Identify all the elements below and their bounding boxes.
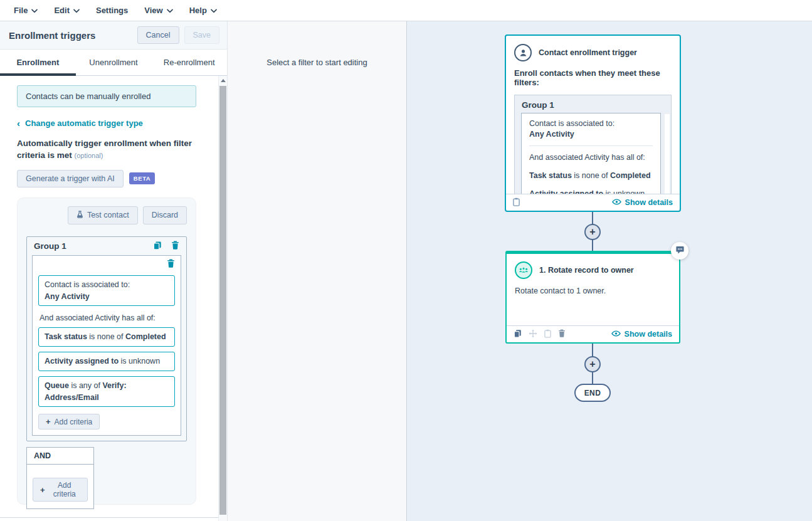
eye-icon (612, 198, 621, 207)
rule-operator: is none of (87, 332, 125, 341)
optional-note: (optional) (75, 152, 103, 159)
all-of-label: And associated Activity has all of: (529, 152, 653, 163)
rule-value: Completed (125, 332, 166, 341)
test-contact-label: Test contact (87, 211, 129, 219)
menu-view[interactable]: View (144, 6, 172, 15)
filter-actions-row: Test contact Discard (26, 206, 187, 224)
move-action-button[interactable] (529, 329, 537, 340)
test-contact-button[interactable]: Test contact (68, 206, 138, 224)
insert-action-button[interactable]: + (584, 224, 601, 240)
rotate-record-action-card[interactable]: 1. Rotate record to owner Rotate contact… (505, 251, 680, 344)
tab-unenrollment[interactable]: Unenrollment (76, 50, 152, 75)
trigger-card-body: Contact enrollment trigger Enroll contac… (506, 36, 680, 194)
and-label: AND (27, 448, 93, 465)
filter-rule-chip[interactable]: Task status is none of Completed (38, 327, 175, 347)
filter-rule-chip[interactable]: Activity assigned to is unknown (38, 352, 175, 371)
workflow-canvas[interactable]: Contact enrollment trigger Enroll contac… (407, 21, 812, 521)
save-button[interactable]: Save (184, 26, 220, 44)
add-criteria-label: Add criteria (55, 418, 93, 426)
generate-trigger-ai-button[interactable]: Generate a trigger with AI (17, 170, 124, 187)
menu-help-label: Help (189, 6, 207, 15)
scrollbar-up-arrow[interactable] (219, 76, 227, 85)
menu-settings[interactable]: Settings (96, 6, 128, 15)
scrollbar-thumb[interactable] (219, 86, 226, 515)
association-filter-chip[interactable]: Contact is associated to: Any Activity (38, 275, 175, 307)
contact-enrollment-trigger-card[interactable]: Contact enrollment trigger Enroll contac… (505, 34, 681, 212)
delete-group-button[interactable] (171, 241, 179, 251)
menu-edit-label: Edit (54, 6, 70, 15)
action-card-header: 1. Rotate record to owner (515, 261, 671, 279)
add-criteria-button[interactable]: + Add criteria (33, 478, 88, 502)
tab-enrollment[interactable]: Enrollment (0, 50, 76, 75)
rule-operator: is any of (69, 381, 103, 390)
insert-action-button[interactable]: + (584, 356, 601, 372)
empty-state-text: Select a filter to start editing (228, 58, 406, 67)
plus-icon: + (589, 226, 595, 238)
delete-action-button[interactable] (558, 329, 566, 339)
trigger-show-details-link[interactable]: Show details (612, 198, 673, 207)
beta-badge: BETA (129, 172, 156, 184)
chevron-down-icon (211, 6, 217, 15)
clipboard-button[interactable] (513, 197, 520, 208)
plus-icon: + (40, 485, 45, 495)
chevron-down-icon (167, 6, 173, 15)
and-group-box: AND + Add criteria (26, 447, 94, 509)
association-prefix: Contact is associated to: (529, 118, 653, 129)
divider (529, 145, 653, 146)
delete-filter-button[interactable] (167, 259, 175, 270)
panel-scrollbar[interactable] (218, 76, 227, 521)
chevron-left-icon: ‹ (17, 118, 20, 128)
plus-icon: + (46, 417, 51, 426)
change-trigger-type-link[interactable]: ‹ Change automatic trigger type (17, 118, 196, 128)
comment-icon (675, 245, 685, 257)
flask-icon (76, 211, 83, 220)
rule-operator: is unknown (119, 357, 160, 366)
show-details-label: Show details (625, 198, 673, 207)
inner-scrollbar-track[interactable] (665, 114, 670, 194)
menu-help[interactable]: Help (189, 6, 217, 15)
rule-operator: is unknown (603, 189, 645, 194)
duplicate-group-button[interactable] (153, 241, 162, 252)
trash-icon (171, 241, 179, 251)
rule-field: Task status (529, 171, 572, 180)
rule-field: Task status (45, 332, 87, 341)
copy-icon (153, 241, 162, 252)
action-card-description: Rotate contact to 1 owner. (515, 287, 671, 295)
clipboard-button[interactable] (544, 329, 551, 340)
add-criteria-label: Add criteria (49, 481, 80, 498)
trash-icon (167, 259, 175, 270)
discard-button[interactable]: Discard (143, 206, 187, 224)
action-card-footer: Show details (507, 325, 679, 342)
trigger-card-footer: Show details (506, 194, 680, 211)
action-show-details-link[interactable]: Show details (611, 330, 672, 339)
clipboard-icon (544, 329, 551, 340)
trash-icon (558, 329, 566, 339)
ai-trigger-row: Generate a trigger with AI BETA (17, 170, 196, 187)
copy-icon (514, 329, 522, 340)
menu-file[interactable]: File (14, 6, 38, 15)
chevron-down-icon (73, 6, 80, 15)
menu-edit[interactable]: Edit (54, 6, 80, 15)
filter-detail-pane: Select a filter to start editing (227, 21, 407, 521)
tab-re-enrollment[interactable]: Re-enrollment (151, 50, 227, 75)
show-details-label: Show details (625, 330, 672, 339)
duplicate-action-button[interactable] (514, 329, 522, 340)
clipboard-icon (513, 197, 520, 208)
contact-icon (514, 44, 532, 61)
add-criteria-button[interactable]: + Add criteria (38, 414, 100, 429)
cancel-button[interactable]: Cancel (137, 26, 179, 44)
eye-icon (611, 330, 621, 339)
rotate-owner-icon (515, 261, 532, 279)
and-group-body: + Add criteria (27, 465, 93, 508)
menu-view-label: View (144, 6, 162, 15)
action-card-title: 1. Rotate record to owner (539, 266, 634, 275)
enrollment-triggers-panel: Enrollment triggers Cancel Save Enrollme… (0, 21, 227, 521)
trigger-filter-group: Group 1 Contact is associated to: Any Ac… (514, 95, 672, 194)
auto-trigger-heading: Automatically trigger enrollment when fi… (17, 138, 196, 162)
rule-value: Completed (610, 171, 651, 180)
comment-bubble-button[interactable] (671, 242, 688, 260)
filter-group-header: Group 1 (27, 237, 186, 255)
filter-rule-chip[interactable]: Queue is any of Verify: Address/Email (38, 376, 175, 408)
all-of-label: And associated Activity has all of: (40, 313, 175, 322)
panel-scroll-area: Contacts can be manually enrolled ‹ Chan… (0, 76, 227, 521)
